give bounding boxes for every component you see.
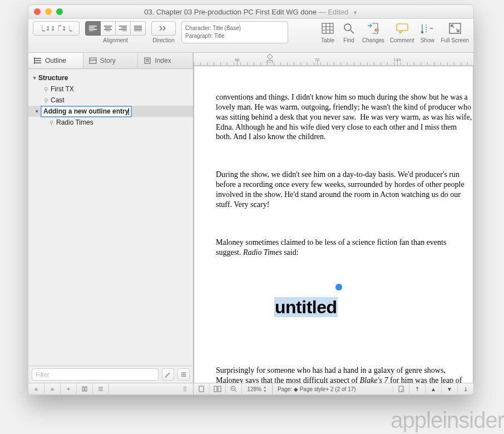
outline-item[interactable]: ⚲ First TX: [28, 83, 193, 95]
outline-item[interactable]: ⚲ Cast: [28, 95, 193, 106]
collapse-down-button[interactable]: ⤓: [458, 383, 473, 394]
svg-rect-47: [85, 387, 87, 391]
collapse-up-button[interactable]: ⤒: [409, 383, 426, 394]
svg-line-29: [451, 25, 454, 28]
rows-button[interactable]: [93, 383, 109, 394]
filter-input[interactable]: Filter: [32, 368, 159, 381]
tab-index[interactable]: Index: [138, 53, 193, 68]
outline-edit-value: Adding a new outline entry: [43, 107, 129, 115]
style-group: Character: Title (Base) Paragraph: Title: [181, 21, 288, 43]
find-button[interactable]: [341, 21, 357, 36]
horizontal-ruler[interactable]: 3672144216: [194, 53, 473, 66]
document-scroll[interactable]: conventions and things. I didn't know hi…: [194, 66, 473, 383]
paragraph: During the show, we didn't see him on a …: [216, 170, 473, 210]
direction-button[interactable]: [151, 21, 176, 36]
outline-icon: [34, 57, 42, 65]
paragraph: conventions and things. I didn't know hi…: [216, 92, 473, 142]
pin-icon: ⚲: [48, 120, 54, 126]
disclosure-triangle-icon[interactable]: ▾: [32, 75, 37, 81]
window-title: 03. Chapter 03 Pre-production PC First E…: [28, 8, 473, 16]
selected-title[interactable]: untitled: [243, 286, 338, 339]
column-button[interactable]: [77, 383, 93, 394]
document-filename: 03. Chapter 03 Pre-production PC First E…: [144, 8, 317, 16]
zoom-value[interactable]: 128% ▲▼: [242, 383, 273, 394]
splitter-handle[interactable]: [177, 383, 193, 394]
page-setup-button[interactable]: [393, 383, 409, 394]
expand-up-button[interactable]: ▲: [426, 383, 442, 394]
svg-marker-53: [267, 54, 273, 60]
show-group: Show: [419, 21, 435, 43]
direction-label: Direction: [152, 37, 174, 43]
outline-root-label: Structure: [38, 74, 68, 82]
ruler-tick-label: 72: [315, 57, 320, 62]
watermark: appleinsider: [0, 408, 504, 433]
tab-stops-button[interactable]: ⎿↧↧⎾↧⎿: [33, 21, 80, 36]
tab-stops-group: ⎿↧↧⎾↧⎿: [33, 21, 80, 43]
comment-button[interactable]: [394, 21, 410, 36]
svg-point-36: [34, 62, 35, 63]
outline-item[interactable]: ⚲ Radio Times: [28, 117, 193, 128]
outline-tree[interactable]: ▾ Structure ⚲ First TX ⚲ Cast ▾ Add: [28, 69, 193, 366]
changes-label: Changes: [362, 37, 384, 43]
alignment-label: Alignment: [103, 37, 127, 43]
ruler-marker-icon[interactable]: [266, 54, 274, 63]
pin-icon: ⚲: [43, 97, 48, 103]
document-state: — Edited: [319, 8, 348, 16]
nav-next-button[interactable]: »: [45, 383, 61, 394]
table-button[interactable]: [320, 21, 335, 36]
svg-point-35: [34, 60, 35, 61]
sidebar: Outline Story Index ▾ Structure: [28, 53, 194, 394]
selection-handle-icon[interactable]: [335, 284, 342, 290]
svg-point-21: [344, 24, 351, 31]
alignment-group: Alignment: [85, 21, 146, 43]
app-window: 03. Chapter 03 Pre-production PC First E…: [28, 4, 474, 395]
expand-down-button[interactable]: ▼: [442, 383, 458, 394]
table-label: Table: [321, 37, 334, 43]
page[interactable]: conventions and things. I didn't know hi…: [194, 66, 473, 383]
outline-item-editing[interactable]: ▾ Adding a new outline entry: [28, 106, 193, 117]
nav-prev-button[interactable]: «: [28, 383, 45, 394]
close-button[interactable]: [34, 8, 41, 15]
page-status[interactable]: Page: ◆ Page style+ 2 (2 of 17): [273, 386, 393, 392]
edit-pencil-button[interactable]: [162, 368, 174, 381]
fullscreen-label: Full Screen: [441, 37, 469, 43]
add-button[interactable]: ＋: [61, 383, 77, 394]
show-button[interactable]: [419, 21, 435, 36]
align-left-button[interactable]: [85, 21, 101, 36]
svg-rect-57: [218, 386, 221, 392]
zoom-out-button[interactable]: [226, 383, 242, 394]
fullscreen-button[interactable]: [447, 21, 463, 36]
view-facing-button[interactable]: [210, 383, 226, 394]
tab-outline[interactable]: Outline: [28, 53, 83, 68]
title-menu-chevron-icon[interactable]: ▼: [353, 10, 358, 16]
outline-item-label: Radio Times: [56, 119, 93, 126]
svg-rect-16: [322, 23, 333, 33]
document-bottom-bar: 128% ▲▼ Page: ◆ Page style+ 2 (2 of 17) …: [194, 383, 473, 394]
changes-button[interactable]: [365, 21, 381, 36]
stepper-icon[interactable]: ▲▼: [263, 385, 267, 393]
tab-outline-label: Outline: [45, 57, 66, 65]
svg-point-34: [34, 58, 35, 59]
sidebar-bottom-bar: « » ＋: [28, 383, 193, 394]
style-selector[interactable]: Character: Title (Base) Paragraph: Title: [181, 21, 288, 43]
text-caret: [129, 108, 129, 115]
direction-group: Direction: [151, 21, 176, 43]
align-justify-button[interactable]: [131, 21, 146, 36]
outline-root[interactable]: ▾ Structure: [28, 72, 193, 83]
minimize-button[interactable]: [45, 8, 52, 15]
pin-icon: ⚲: [43, 86, 48, 92]
story-icon: [89, 57, 97, 65]
changes-group: Changes: [362, 21, 384, 43]
disclosure-triangle-icon[interactable]: ▾: [34, 108, 39, 114]
fullscreen-group: Full Screen: [441, 21, 469, 43]
tab-story[interactable]: Story: [83, 53, 139, 68]
body: Outline Story Index ▾ Structure: [28, 53, 473, 394]
align-center-button[interactable]: [101, 21, 116, 36]
paragraph: Maloney sometimes claimed to be less of …: [216, 238, 473, 258]
list-view-button[interactable]: [177, 368, 190, 381]
outline-edit-field[interactable]: Adding a new outline entry: [41, 106, 132, 117]
zoom-button[interactable]: [56, 8, 63, 15]
align-right-button[interactable]: [116, 21, 131, 36]
svg-point-25: [422, 32, 423, 33]
view-single-button[interactable]: [194, 383, 210, 394]
